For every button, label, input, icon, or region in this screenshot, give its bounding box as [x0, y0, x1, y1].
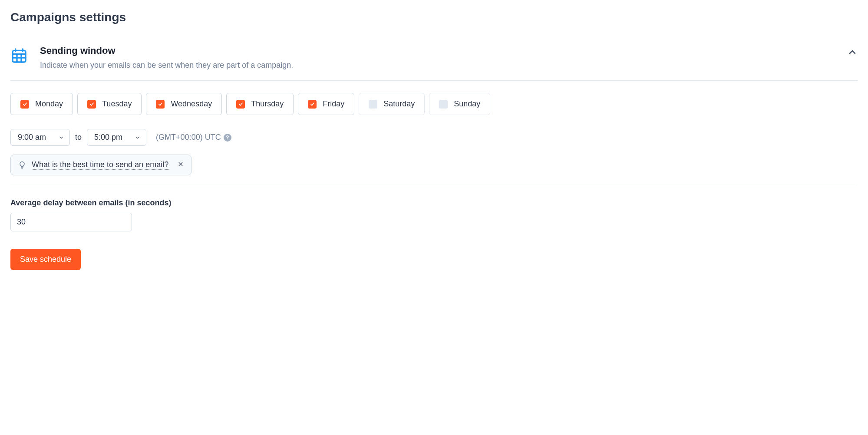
save-schedule-button[interactable]: Save schedule: [10, 249, 81, 270]
day-monday[interactable]: Monday: [10, 93, 73, 115]
tip-close-button[interactable]: [177, 161, 184, 169]
day-friday[interactable]: Friday: [298, 93, 354, 115]
days-row: MondayTuesdayWednesdayThursdayFridaySatu…: [10, 93, 858, 115]
day-sunday[interactable]: Sunday: [429, 93, 490, 115]
close-icon: [177, 161, 184, 168]
checkmark-icon: [22, 101, 28, 107]
chevron-down-icon: [135, 135, 141, 141]
calendar-icon: [10, 47, 28, 64]
day-label: Monday: [35, 99, 63, 109]
day-label: Tuesday: [102, 99, 132, 109]
delay-input[interactable]: [10, 213, 132, 231]
day-tuesday[interactable]: Tuesday: [77, 93, 142, 115]
day-checkbox: [369, 100, 377, 109]
timezone-text: (GMT+00:00) UTC: [156, 133, 221, 142]
end-time-select[interactable]: 5:00 pm: [87, 129, 146, 146]
tip-box: What is the best time to send an email?: [10, 155, 191, 175]
checkmark-icon: [238, 101, 244, 107]
sending-window-section: Sending window Indicate when your emails…: [10, 45, 858, 81]
checkmark-icon: [310, 101, 315, 107]
day-checkbox: [236, 100, 245, 109]
time-separator: to: [75, 133, 82, 142]
svg-rect-0: [13, 50, 26, 62]
day-label: Thursday: [251, 99, 284, 109]
start-time-select[interactable]: 9:00 am: [10, 129, 70, 146]
chevron-up-icon: [847, 47, 858, 57]
section-subtitle: Indicate when your emails can be sent wh…: [40, 61, 837, 70]
day-checkbox: [156, 100, 165, 109]
delay-label: Average delay between emails (in seconds…: [10, 198, 858, 208]
section-header: Sending window Indicate when your emails…: [10, 45, 858, 70]
section-text: Sending window Indicate when your emails…: [40, 45, 837, 70]
time-row: 9:00 am to 5:00 pm (GMT+00:00) UTC ?: [10, 129, 858, 146]
day-label: Saturday: [383, 99, 415, 109]
day-label: Friday: [323, 99, 344, 109]
day-label: Wednesday: [171, 99, 212, 109]
day-thursday[interactable]: Thursday: [226, 93, 294, 115]
day-checkbox: [439, 100, 448, 109]
day-checkbox: [308, 100, 317, 109]
collapse-toggle[interactable]: [847, 47, 858, 57]
day-checkbox: [87, 100, 96, 109]
divider: [10, 186, 858, 186]
page-title: Campaigns settings: [10, 10, 858, 24]
checkmark-icon: [89, 101, 95, 107]
section-title: Sending window: [40, 45, 837, 56]
day-label: Sunday: [454, 99, 480, 109]
lightbulb-icon: [18, 161, 26, 169]
end-time-value: 5:00 pm: [94, 133, 122, 142]
tip-link[interactable]: What is the best time to send an email?: [32, 160, 168, 170]
checkmark-icon: [158, 101, 163, 107]
help-icon[interactable]: ?: [224, 134, 231, 142]
start-time-value: 9:00 am: [18, 133, 46, 142]
timezone-label: (GMT+00:00) UTC ?: [156, 133, 231, 142]
day-saturday[interactable]: Saturday: [359, 93, 425, 115]
day-wednesday[interactable]: Wednesday: [146, 93, 222, 115]
day-checkbox: [20, 100, 29, 109]
chevron-down-icon: [58, 135, 64, 141]
